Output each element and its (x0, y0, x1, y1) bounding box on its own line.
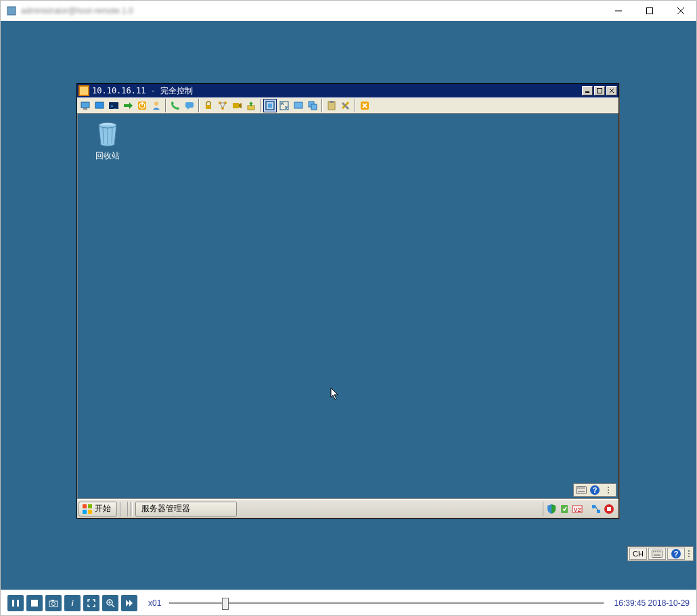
tb-transfer-icon[interactable] (121, 99, 135, 112)
menu-grip-icon[interactable] (602, 485, 614, 496)
quick-launch (120, 502, 128, 516)
remote-window-controls (581, 86, 617, 95)
svg-point-86 (688, 553, 690, 554)
svg-text:i: i (71, 599, 74, 607)
svg-point-87 (688, 556, 690, 557)
tray-action-icon[interactable] (559, 504, 570, 514)
fullscreen-button[interactable] (83, 595, 99, 611)
svg-rect-2 (647, 7, 653, 14)
maximize-button[interactable] (634, 1, 665, 21)
svg-text:>_: >_ (110, 103, 117, 109)
tb-clipboard-icon[interactable] (325, 99, 338, 112)
tray-network-icon[interactable] (591, 504, 602, 514)
remote-desktop[interactable]: 回收站 ? (77, 114, 619, 499)
start-label: 开始 (95, 503, 111, 514)
playback-speed: x01 (148, 598, 161, 608)
tb-network-icon[interactable] (216, 99, 229, 112)
playback-bar: i x01 16:39:45 2018-10-29 (1, 590, 696, 615)
remote-close-button[interactable] (606, 86, 617, 95)
remote-title: 10.10.16.11 - 完全控制 (92, 85, 581, 97)
svg-rect-58 (88, 504, 92, 508)
tb-lock-icon[interactable] (202, 99, 215, 112)
keyboard-icon[interactable] (575, 485, 587, 496)
tb-screen-icon[interactable] (93, 99, 106, 112)
tb-chat-icon[interactable] (183, 99, 196, 112)
pause-button[interactable] (7, 595, 24, 611)
svg-rect-13 (95, 102, 104, 108)
window-controls (603, 1, 696, 21)
taskbar-app-label: 服务器管理器 (141, 503, 190, 514)
svg-point-85 (688, 550, 690, 552)
slider-track (169, 602, 603, 604)
toolbar-separator (198, 99, 200, 112)
tray-stop-icon[interactable] (604, 504, 614, 514)
tb-upload-icon[interactable] (244, 99, 258, 112)
toolbar-separator (165, 99, 166, 112)
outer-content: 10.10.16.11 - 完全控制 >_ (1, 21, 696, 590)
tb-phone-icon[interactable] (168, 99, 182, 112)
svg-rect-31 (268, 104, 272, 108)
remote-titlebar: 10.10.16.11 - 完全控制 (77, 84, 619, 97)
tb-multiwindow-icon[interactable] (306, 99, 319, 112)
svg-rect-51 (578, 491, 585, 492)
help-button[interactable]: ? (667, 548, 685, 560)
svg-rect-50 (583, 487, 585, 489)
svg-rect-76 (607, 507, 611, 511)
app-icon (6, 5, 17, 16)
svg-rect-49 (581, 487, 583, 489)
recycle-bin[interactable]: 回收站 (87, 119, 128, 162)
tb-terminal-icon[interactable]: >_ (107, 99, 120, 112)
recycle-bin-icon (93, 119, 122, 148)
tb-record-icon[interactable] (230, 99, 244, 112)
tb-user-icon[interactable] (150, 99, 163, 112)
svg-rect-20 (185, 102, 194, 108)
svg-rect-0 (7, 7, 16, 15)
snapshot-button[interactable] (45, 595, 62, 611)
svg-rect-47 (577, 487, 579, 489)
app-window: administrator@host-remote.1.0 10.10.16.1… (0, 0, 697, 616)
tb-fit-icon[interactable] (277, 99, 291, 112)
start-button[interactable]: 开始 (78, 502, 117, 516)
svg-rect-32 (280, 102, 288, 110)
svg-point-92 (52, 602, 55, 605)
help-icon[interactable]: ? (589, 485, 601, 496)
remote-float-bar: ? (573, 483, 616, 497)
language-button[interactable]: CH (629, 548, 647, 560)
fastforward-button[interactable] (121, 595, 137, 611)
remote-minimize-button[interactable] (582, 86, 593, 95)
svg-rect-28 (233, 103, 239, 108)
playback-slider[interactable] (169, 596, 603, 610)
grip-icon[interactable] (686, 548, 692, 560)
svg-line-96 (112, 604, 114, 607)
taskbar-app-button[interactable]: 服务器管理器 (135, 502, 237, 516)
slider-thumb[interactable] (222, 598, 229, 610)
tray-shield-icon[interactable] (546, 504, 557, 514)
tb-actual-size-icon[interactable] (263, 99, 277, 112)
tb-power-icon[interactable] (135, 99, 149, 112)
tray-vc-icon[interactable]: V2 (572, 504, 583, 514)
tb-exit-icon[interactable] (358, 99, 372, 112)
svg-rect-80 (657, 551, 658, 552)
remote-maximize-button[interactable] (594, 86, 605, 95)
minimize-button[interactable] (603, 1, 634, 21)
close-button[interactable] (665, 1, 696, 21)
app-title: administrator@host-remote.1.0 (21, 6, 603, 16)
outer-titlebar: administrator@host-remote.1.0 (1, 1, 696, 21)
svg-line-25 (220, 103, 223, 108)
toolbar-separator (260, 99, 261, 112)
svg-rect-79 (655, 551, 656, 552)
svg-rect-78 (653, 551, 654, 552)
stop-button[interactable] (26, 595, 43, 611)
keyboard-button[interactable] (648, 548, 666, 560)
tb-settings-icon[interactable] (339, 99, 353, 112)
tb-monitor-icon[interactable] (78, 99, 92, 112)
svg-rect-88 (12, 600, 14, 607)
svg-text:V2: V2 (573, 506, 581, 513)
svg-rect-69 (561, 505, 568, 513)
remote-window: 10.10.16.11 - 完全控制 >_ (76, 83, 619, 519)
svg-rect-93 (51, 600, 54, 601)
info-button[interactable]: i (64, 595, 81, 611)
tb-window-icon[interactable] (292, 99, 305, 112)
zoom-button[interactable] (102, 595, 118, 611)
svg-rect-60 (88, 510, 92, 514)
